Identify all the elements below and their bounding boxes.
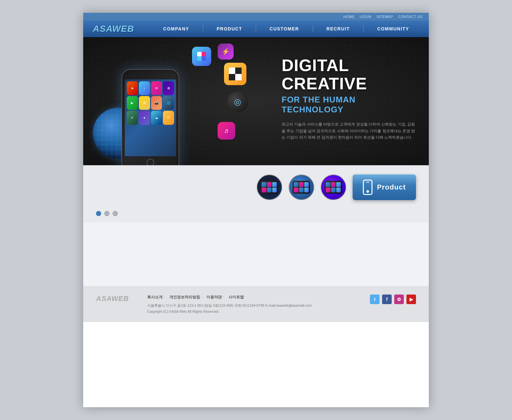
footer-address: 서울특별시 이사구 읍1동 123-1 00사범달 3층(123-456) 전화… [147,303,312,309]
footer-copyright: Copyright (C).©ASA Web All Rights Reserv… [147,309,312,315]
carousel-dots [83,209,429,222]
product-thumb-1[interactable] [257,174,282,200]
svg-rect-1 [202,52,206,56]
product-thumb-2[interactable] [289,174,314,200]
logo-text-web: WEB [112,24,134,34]
thumb-inner-1 [260,181,278,194]
footer: ASAWEB 회사소개 개인정보처리방침 이용약관 사이트맵 서울특별시 이사구… [83,287,429,322]
main-content-area [83,222,429,287]
product-button-label: Product [377,183,406,191]
carousel-dot-1[interactable] [96,211,101,216]
float-icon-5: ♬ [218,122,235,140]
footer-logo: ASAWEB [96,295,134,303]
footer-text-block: 회사소개 개인정보처리방침 이용약관 사이트맵 서울특별시 이사구 읍1동 12… [147,295,312,314]
nav-divider-1 [203,26,203,32]
nav-community[interactable]: COMMUNITY [371,24,416,34]
top-link-sitemap[interactable]: SITEMAP [377,15,393,19]
site-logo[interactable]: ASAWEB [93,24,134,34]
main-nav: COMPANY PRODUCT CUSTOMER RECRUIT COMMUNI… [153,24,419,34]
page-wrapper: HOME LOGIN SITEMAP CONTACT US ASAWEB COM… [83,13,429,407]
footer-info: 서울특별시 이사구 읍1동 123-1 00사범달 3층(123-456) 전화… [147,303,312,314]
product-thumb-3[interactable] [321,174,346,200]
float-icon-4: ◎ [227,92,248,112]
footer-link-sitemap[interactable]: 사이트맵 [228,295,244,300]
nav-recruit[interactable]: RECRUIT [320,24,356,34]
svg-rect-4 [229,68,235,74]
top-bar: HOME LOGIN SITEMAP CONTACT US [83,13,429,20]
footer-inner: ASAWEB 회사소개 개인정보처리방침 이용약관 사이트맵 서울특별시 이사구… [96,295,416,314]
footer-links: 회사소개 개인정보처리방침 이용약관 사이트맵 [147,295,312,300]
hero-section: ★ ♪ ✉ ✿ ▶ ⚙ 📷 🌐 ✔ ♠ ☁ ⏱ ⚡ [83,37,429,165]
footer-link-terms[interactable]: 이용약관 [206,295,224,300]
nav-company[interactable]: COMPANY [157,24,196,34]
float-icon-2: ⚡ [218,44,234,60]
svg-rect-2 [197,56,202,61]
top-link-contact[interactable]: CONTACT US [398,15,423,19]
nav-product[interactable]: PRODUCT [210,24,249,34]
svg-rect-7 [235,74,242,80]
svg-rect-5 [235,68,242,74]
top-link-home[interactable]: HOME [343,15,355,19]
footer-logo-asa: ASA [96,295,111,303]
footer-link-privacy[interactable]: 개인정보처리방침 [169,295,202,300]
float-icon-1 [192,47,211,66]
social-twitter[interactable]: t [370,295,380,304]
top-link-login[interactable]: LOGIN [360,15,372,19]
phone-icon [363,180,372,195]
svg-rect-0 [197,52,202,56]
svg-rect-6 [229,74,235,80]
nav-divider-4 [363,26,364,32]
float-icon-3 [224,63,246,85]
carousel-dot-2[interactable] [104,211,109,216]
thumb-inner-3 [324,181,342,194]
social-instagram[interactable]: ✿ [394,295,404,304]
carousel-dot-3[interactable] [113,211,118,216]
floating-icons: ⚡ ◎ ♬ [83,37,429,165]
header: ASAWEB COMPANY PRODUCT CUSTOMER RECRUIT … [83,20,429,37]
social-facebook[interactable]: f [382,295,392,304]
social-youtube[interactable]: ▶ [406,295,416,304]
footer-logo-web: WEB [111,295,129,303]
footer-link-about[interactable]: 회사소개 [147,295,165,300]
nav-divider-2 [256,26,256,32]
footer-social: t f ✿ ▶ [370,295,416,304]
product-button[interactable]: Product [353,174,416,200]
nav-customer[interactable]: CUSTOMER [263,24,306,34]
product-strip: Product [83,165,429,209]
svg-rect-3 [202,56,206,61]
logo-text-asa: ASA [93,24,112,34]
nav-divider-3 [313,26,313,32]
thumb-inner-2 [292,181,310,194]
